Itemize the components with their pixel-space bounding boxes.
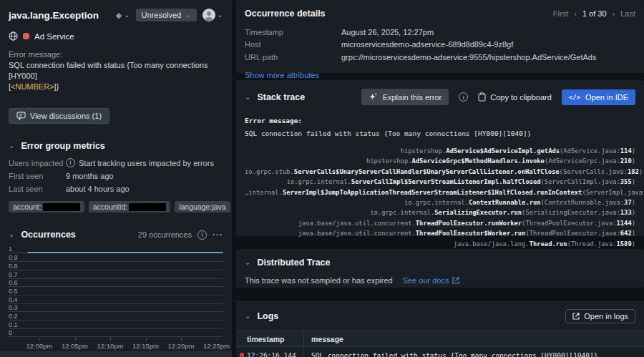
detail-rows: TimestampAugust 26, 2025, 12:27pmHostmic… [245, 27, 635, 62]
ellipsis-menu-icon[interactable]: ··· [213, 230, 223, 240]
open-in-logs-button[interactable]: Open in logs [565, 309, 635, 323]
logs-table: timestamp message 12:26:16.144SQL connec… [236, 331, 644, 357]
gridline [9, 336, 223, 337]
clipboard-icon [478, 92, 486, 102]
stack-error-message-label: Error message: [245, 117, 635, 124]
stack-frame: io.grpc.stub.ServerCalls$UnaryServerCall… [245, 167, 635, 177]
x-tick-mark [110, 338, 111, 341]
log-message: SQL connection failed with status {Too m… [304, 351, 597, 357]
card-title: Occurrence details [245, 9, 326, 19]
x-tick-label: 12:25pm [201, 342, 233, 350]
chevron-down-icon: ⌄ [185, 11, 190, 19]
metric-row: Users impactediStart tracking users impa… [9, 158, 223, 168]
issue-title: java.lang.Exception [9, 10, 110, 21]
x-tick-label: 12:00pm [24, 342, 55, 350]
view-discussions-button[interactable]: View discussions (1) [9, 108, 109, 124]
y-tick-label: 0 [9, 329, 12, 336]
x-tick-mark [75, 338, 76, 341]
x-tick-label: 12:05pm [59, 342, 91, 350]
explain-error-button[interactable]: Explain this error [361, 89, 449, 105]
gridline [9, 328, 223, 329]
error-message-label: Error message: [9, 50, 223, 59]
x-tick-label: 12:10pm [94, 342, 126, 350]
tag[interactable]: accountId: [89, 201, 170, 212]
chevron-down-icon: ⌄ [245, 259, 250, 266]
y-tick-label: 0.6 [9, 279, 18, 286]
section-title: Occurrences [21, 230, 75, 240]
show-more-attributes-link[interactable]: Show more attributes [245, 71, 319, 79]
horizontal-scrollbar[interactable] [0, 351, 232, 357]
info-icon[interactable]: i [459, 92, 468, 102]
status-label: Unresolved [142, 11, 182, 19]
x-tick-mark [146, 338, 147, 341]
info-icon[interactable]: i [197, 230, 207, 240]
tags-row: account:accountId:language:java [9, 201, 223, 212]
open-in-ide-button[interactable]: </> Open in IDE [562, 89, 635, 105]
gridline [9, 303, 223, 304]
logs-card: ⌄ Logs Open in logs timestamp message 12… [236, 300, 644, 357]
logs-table-header: timestamp message [236, 331, 644, 347]
gridline [9, 286, 223, 287]
log-row[interactable]: 12:26:16.144SQL connection failed with s… [236, 347, 644, 357]
detail-row: TimestampAugust 26, 2025, 12:27pm [245, 27, 635, 37]
chevron-down-icon: ⌄ [245, 94, 250, 101]
x-tick-mark [39, 338, 40, 341]
pagination-next-icon[interactable]: › [613, 9, 615, 18]
tag[interactable]: language:java [175, 201, 230, 212]
y-tick-label: 0.7 [9, 271, 18, 278]
gridline [9, 261, 223, 262]
error-tracking-page: java.lang.Exception ◆ ⌄ Unresolved ⌄ ⌄ [0, 0, 644, 357]
occurrences-header[interactable]: ⌄ Occurrences 29 occurrences i ··· [9, 230, 223, 240]
section-title: Error group metrics [21, 141, 104, 151]
y-tick-label: 0.9 [9, 254, 18, 261]
stack-frame: hipstershop.AdService$AdServiceImpl.getA… [245, 146, 635, 156]
pagination-page: 1 of 30 [582, 9, 607, 18]
chevron-down-icon: ⌄ [9, 231, 14, 238]
card-title: Logs [257, 311, 278, 321]
x-tick-mark [181, 338, 182, 341]
priority-dropdown[interactable]: ◆ ⌄ [116, 11, 130, 20]
stack-error-message: SQL connection failed with status {Too m… [245, 129, 635, 137]
service-name[interactable]: Ad Service [34, 32, 74, 41]
error-message: SQL connection failed with status {Too m… [9, 60, 223, 92]
gridline [9, 295, 223, 295]
column-header-message: message [304, 335, 343, 343]
assignee-dropdown[interactable]: ⌄ [203, 9, 223, 21]
stack-frame: java.base/java.util.concurrent.ThreadPoo… [245, 218, 635, 228]
stack-frame: java.base/java.lang.Thread.run(Thread.ja… [245, 239, 635, 249]
metric-row: First seen9 months ago [9, 171, 223, 181]
chevron-down-icon: ⌄ [124, 11, 130, 19]
sparkle-icon [369, 92, 378, 102]
error-message-highlight: <NUMBER> [11, 82, 54, 91]
gridline [9, 270, 223, 270]
x-tick-label: 12:15pm [130, 342, 162, 350]
pagination-last[interactable]: Last [620, 9, 635, 18]
tag[interactable]: account: [9, 201, 84, 212]
external-link-icon [452, 277, 459, 284]
stack-frame: java.base/java.util.concurrent.ThreadPoo… [245, 228, 635, 238]
see-our-docs-link[interactable]: See our docs [403, 276, 460, 285]
column-header-timestamp: timestamp [236, 331, 304, 346]
detail-row: URL pathgrpc://microservicesdemo-adservi… [245, 52, 635, 62]
metric-row: Last seenabout 4 hours ago [9, 184, 223, 194]
y-tick-label: 0.2 [9, 313, 18, 320]
error-group-metrics-header[interactable]: ⌄ Error group metrics [9, 141, 223, 151]
stack-frame: hipstershop.AdServiceGrpc$MethodHandlers… [245, 156, 635, 166]
pagination-prev-icon[interactable]: ‹ [574, 9, 577, 18]
distributed-trace-card: ⌄ Distributed Trace This trace was not s… [236, 249, 644, 288]
metric-rows: Users impactediStart tracking users impa… [9, 158, 223, 195]
discussion-icon [16, 112, 26, 120]
globe-icon [9, 31, 18, 41]
priority-diamond-icon: ◆ [116, 11, 122, 20]
copy-to-clipboard-button[interactable]: Copy to clipboard [478, 92, 552, 102]
occurrence-count: 29 occurrences [138, 230, 192, 239]
code-icon: </> [569, 94, 580, 101]
y-tick-label: 0.8 [9, 263, 18, 270]
stack-frame: io.grpc.internal.SerializingExecutor.run… [245, 207, 635, 217]
status-dropdown[interactable]: Unresolved ⌄ [136, 9, 197, 21]
y-tick-label: 0.5 [9, 288, 18, 295]
trace-empty-message: This trace was not sampled or has expire… [245, 276, 393, 285]
pagination-first[interactable]: First [553, 9, 568, 18]
occurrence-column: Occurrence details First ‹ 1 of 30 › Las… [236, 0, 644, 357]
gridline [9, 311, 223, 312]
